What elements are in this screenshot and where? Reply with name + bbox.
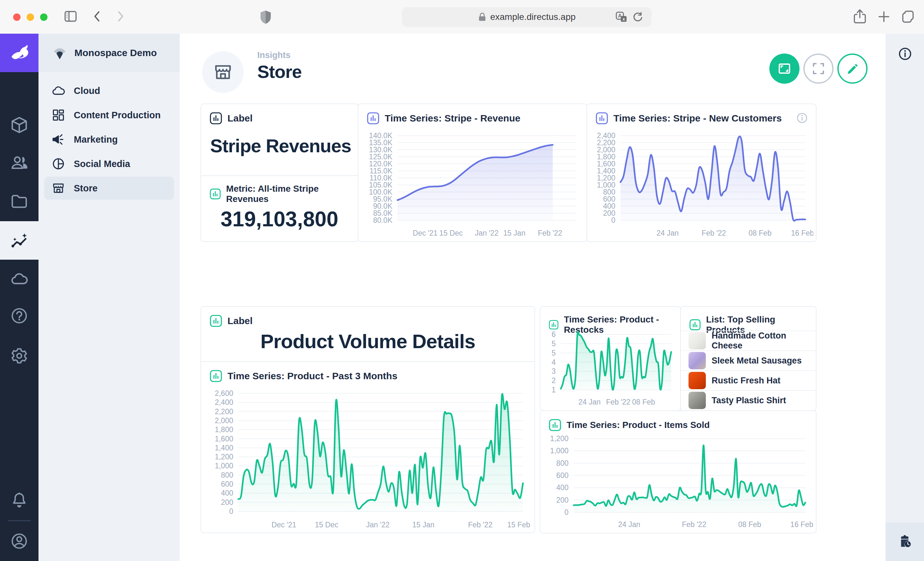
activity-log-icon[interactable] [885,522,924,561]
svg-text:15 Jan: 15 Jan [503,229,525,237]
svg-text:15 Dec: 15 Dec [315,521,339,529]
panel-stripe-new-customers[interactable]: Time Series: Stripe - New Customers 2,40… [586,103,816,242]
module-cloud-icon[interactable] [0,261,39,296]
list-item[interactable]: Handmade Cotton Cheese [681,331,816,350]
sidebar-item-store[interactable]: Store [44,177,174,200]
svg-text:400: 400 [221,489,233,497]
panel-stripe-revenue[interactable]: Time Series: Stripe - Revenue 140.0K135.… [358,103,587,242]
privacy-shield-icon[interactable] [259,9,273,26]
product-name: Rustic Fresh Hat [712,376,781,386]
svg-text:Feb '22: Feb '22 [702,229,726,237]
fullscreen-button[interactable] [803,54,834,84]
svg-text:1,400: 1,400 [214,444,233,452]
panel-metric: Metric: All-time Stripe Revenues 319,103… [201,176,358,242]
forward-button-icon[interactable] [112,9,128,25]
megaphone-icon [51,132,66,147]
module-files-icon[interactable] [0,183,39,218]
reload-icon[interactable] [632,12,643,24]
product-thumbnail [688,332,706,349]
svg-text:Jan '22: Jan '22 [475,229,498,237]
sidebar-item-label: Store [74,183,98,194]
sidebar-item-cloud[interactable]: Cloud [44,79,174,102]
svg-text:2,000: 2,000 [214,416,233,425]
rail-divider [8,520,31,521]
svg-text:1,600: 1,600 [214,435,233,443]
sidebar-item-social-media[interactable]: Social Media [44,152,174,175]
module-content-icon[interactable] [0,108,39,143]
svg-text:Feb '22: Feb '22 [468,521,492,529]
svg-text:800: 800 [221,471,233,479]
list-item[interactable]: Rustic Fresh Hat [681,370,816,390]
sidebar-item-label: Marketing [74,134,118,145]
product-past3-chart: 2,6002,4002,2002,0001,8001,6001,4001,200… [202,387,532,531]
module-help-icon[interactable] [0,298,39,334]
storefront-icon [51,181,66,195]
directus-logo[interactable] [0,34,39,72]
rabbit-logo-icon [8,43,30,63]
sidebar-item-label: Social Media [74,159,130,169]
list-item[interactable]: Tasty Plastic Shirt [681,390,816,410]
svg-text:800: 800 [556,459,568,467]
module-insights-icon[interactable] [0,221,39,260]
svg-text:x: x [622,16,625,21]
panel-product-restocks[interactable]: Time Series: Product - Restocks 65543212… [540,306,681,411]
right-sidebar [885,34,924,561]
panel-info-icon[interactable] [796,112,808,125]
svg-text:Jan '22: Jan '22 [366,521,390,529]
svg-text:15 Jan: 15 Jan [412,521,434,529]
notifications-bell-icon[interactable] [0,482,39,518]
panel-product-items-sold[interactable]: Time Series: Product - Items Sold 1,2001… [540,410,816,533]
sidebar-toggle-icon[interactable] [63,9,78,25]
edit-dashboard-button[interactable] [837,54,867,84]
panel-top-selling-products[interactable]: List: Top Selling Products Handmade Cott… [680,306,816,411]
sidebar-item-content-production[interactable]: Content Production [44,103,174,127]
user-avatar-icon[interactable] [0,524,39,559]
svg-text:2: 2 [552,376,556,385]
panel-header-label: Time Series: Stripe - Revenue [385,113,520,124]
close-window-button[interactable] [13,13,21,21]
svg-text:2,200: 2,200 [214,407,233,416]
share-icon[interactable] [852,9,867,26]
svg-text:1,800: 1,800 [214,425,233,434]
list-item[interactable]: Sleek Metal Sausages [681,350,816,370]
zoom-window-button[interactable] [40,13,48,21]
stripe-revenue-chart: 140.0K135.0K130.0K125.0K120.0K115.0K110.… [360,129,584,239]
panel-product-volume[interactable]: Label Product Volume Details Time Series… [201,306,535,533]
translate-icon[interactable]: Ax [616,12,627,24]
sidebar-item-marketing[interactable]: Marketing [44,128,174,151]
dashboard-grid-icon [51,108,66,122]
browser-toolbar: example.directus.app Ax [0,0,924,34]
new-tab-icon[interactable] [876,9,891,26]
panel-product-past3: Time Series: Product - Past 3 Months 2,6… [201,362,534,533]
svg-text:80.0K: 80.0K [373,216,393,224]
breadcrumb[interactable]: Insights [257,50,291,60]
module-settings-icon[interactable] [0,338,39,374]
panel-header-label: Time Series: Product - Items Sold [567,420,710,430]
label-text: Stripe Revenues [210,135,351,156]
svg-text:1: 1 [552,386,556,394]
panel-stripe-label-metric[interactable]: Label Stripe Revenues Metric: All-time S… [201,103,358,242]
svg-text:0: 0 [229,507,233,516]
info-icon[interactable] [898,46,912,63]
url-text: example.directus.app [490,12,576,22]
svg-text:08 Feb: 08 Feb [632,398,655,406]
back-button-icon[interactable] [90,9,105,25]
minimize-window-button[interactable] [27,13,34,21]
fullscreen-icon [811,61,826,76]
svg-text:Dec '21: Dec '21 [272,521,296,529]
panel-type-icon [210,370,222,383]
svg-text:200: 200 [556,496,568,504]
toggle-panel-headers-button[interactable] [770,54,800,84]
svg-text:24 Jan: 24 Jan [579,398,601,406]
tab-overview-icon[interactable] [900,9,916,26]
insights-dashboard: Insights Store Label Stripe Revenues Met… [180,34,885,561]
metric-value: 319,103,800 [201,207,358,231]
module-users-icon[interactable] [0,145,39,181]
svg-text:08 Feb: 08 Feb [738,520,761,529]
panel-header-label: Metric: All-time Stripe Revenues [226,184,350,204]
label-text: Product Volume Details [201,330,534,353]
svg-text:2,600: 2,600 [214,389,233,398]
address-bar[interactable]: example.directus.app Ax [402,7,652,27]
product-thumbnail [688,352,706,369]
project-switcher[interactable]: Monospace Demo [39,34,180,72]
